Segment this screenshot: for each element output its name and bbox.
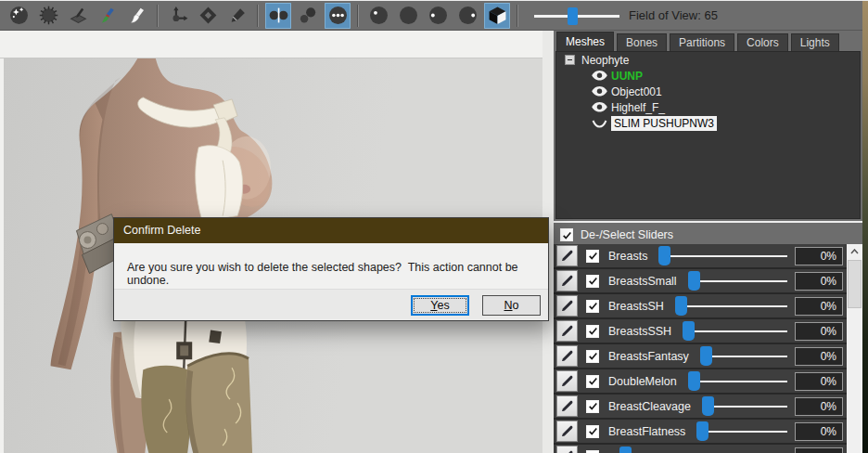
scrollbar-thumb[interactable]: [848, 260, 862, 308]
vertex-display-toggle-button[interactable]: [325, 3, 351, 29]
edit-slider-pencil-button[interactable]: [556, 421, 578, 442]
slider-track[interactable]: [695, 330, 787, 332]
edit-slider-pencil-button[interactable]: [556, 295, 578, 317]
tree-item[interactable]: Object001: [556, 84, 860, 99]
yes-button[interactable]: Yes: [411, 295, 469, 316]
slider-track[interactable]: [687, 305, 787, 307]
mask-brush-button[interactable]: [65, 3, 91, 29]
transform-tool-button[interactable]: [165, 3, 191, 29]
tab-partitions[interactable]: Partitions: [670, 33, 734, 52]
tree-item[interactable]: UUNP: [556, 68, 860, 84]
mesh-shape-label[interactable]: Highelf_F_: [611, 101, 665, 114]
tab-colors[interactable]: Colors: [737, 33, 788, 52]
visibility-eye-closed-icon[interactable]: [592, 117, 611, 129]
slider-track[interactable]: [712, 356, 787, 357]
slider-value-box[interactable]: 0%: [795, 422, 843, 441]
tree-item-root[interactable]: Neophyte: [556, 52, 860, 68]
scrollbar-up-icon[interactable]: [847, 244, 862, 259]
slider-thumb[interactable]: [675, 296, 687, 316]
deselect-sliders-checkbox[interactable]: [560, 228, 573, 241]
slider-thumb[interactable]: [702, 396, 714, 416]
dialog-title[interactable]: Confirm Delete: [114, 218, 548, 243]
edit-slider-pencil-button[interactable]: [556, 395, 578, 417]
edit-slider-pencil-button[interactable]: [556, 446, 578, 453]
pen-tool-button[interactable]: [224, 3, 250, 29]
slider-checkbox[interactable]: [586, 350, 599, 363]
mesh-tree: NeophyteUUNPObject001Highelf_F_SLIM PUSH…: [555, 51, 861, 219]
slider-track[interactable]: [700, 381, 787, 382]
visibility-eye-open-icon[interactable]: [592, 85, 611, 97]
slider-value-box[interactable]: 0%: [795, 372, 843, 391]
edit-slider-pencil-button[interactable]: [556, 345, 578, 367]
slider-checkbox[interactable]: [586, 400, 599, 413]
toolbar-buttons: [4, 3, 523, 29]
outfit-studio-window: Field of View: 65: [0, 0, 868, 453]
no-button[interactable]: No: [482, 295, 541, 316]
slider-track[interactable]: [708, 431, 787, 433]
mesh-shape-label[interactable]: Object001: [611, 85, 662, 98]
star-brush-button[interactable]: [6, 3, 32, 29]
slider-thumb[interactable]: [683, 321, 695, 341]
toolbar: Field of View: 65: [0, 1, 862, 31]
fov-slider[interactable]: [534, 6, 619, 25]
light-off-toggle-button[interactable]: [395, 3, 421, 29]
slider-thumb[interactable]: [688, 271, 700, 291]
light-right-toggle-button[interactable]: [454, 3, 480, 29]
slider-checkbox[interactable]: [586, 325, 599, 338]
slider-value-box[interactable]: 0%: [795, 297, 843, 316]
visibility-eye-open-icon[interactable]: [592, 101, 611, 113]
slider-checkbox[interactable]: [586, 450, 599, 453]
tree-item[interactable]: SLIM PUSHUPNW3: [556, 115, 860, 131]
move-brush-button[interactable]: [95, 3, 121, 29]
tab-meshes[interactable]: Meshes: [556, 32, 614, 52]
visibility-eye-open-icon[interactable]: [592, 70, 611, 82]
slider-thumb[interactable]: [619, 447, 632, 453]
slider-checkbox[interactable]: [586, 425, 599, 438]
slider-thumb[interactable]: [700, 346, 712, 366]
light-left-toggle-button[interactable]: [425, 3, 451, 29]
slider-thumb[interactable]: [688, 371, 700, 391]
slider-checkbox[interactable]: [586, 250, 599, 263]
slider-label: BreastsSSH: [608, 325, 671, 338]
edit-slider-pencil-button[interactable]: [556, 370, 578, 392]
tree-item[interactable]: Highelf_F_: [556, 99, 860, 115]
slider-track[interactable]: [670, 255, 787, 257]
toolbar-separator: [257, 5, 259, 27]
mesh-shape-label[interactable]: UUNP: [611, 70, 643, 83]
slider-checkbox[interactable]: [586, 375, 599, 388]
tab-bones[interactable]: Bones: [617, 33, 667, 52]
slider-checkbox[interactable]: [586, 275, 599, 288]
slider-row: BreastsSH0%: [554, 294, 847, 317]
smooth-brush-button[interactable]: [124, 3, 150, 29]
slider-value-box[interactable]: 0%: [795, 347, 843, 366]
slider-track[interactable]: [700, 280, 787, 282]
slider-track[interactable]: [714, 406, 787, 408]
pin-vertices-button[interactable]: [195, 3, 221, 29]
slider-row: Breasts0%: [554, 244, 847, 267]
slider-value-box[interactable]: 0%: [795, 247, 843, 265]
edit-slider-pencil-button[interactable]: [556, 245, 578, 266]
slider-value-box[interactable]: 0%: [795, 322, 843, 341]
tree-collapse-icon[interactable]: [565, 55, 575, 65]
perspective-toggle-button[interactable]: [484, 3, 510, 29]
edit-slider-pencil-button[interactable]: [556, 320, 578, 342]
slider-checkbox[interactable]: [586, 300, 599, 313]
slider-label: BreastsFantasy: [608, 350, 689, 363]
slider-value-box[interactable]: 0%: [795, 397, 843, 416]
slider-value-box[interactable]: 0%: [795, 272, 843, 291]
slider-scrollbar[interactable]: [847, 244, 862, 453]
fov-label: Field of View: 65: [629, 8, 718, 22]
edit-slider-pencil-button[interactable]: [556, 270, 578, 291]
mesh-shape-label[interactable]: SLIM PUSHUPNW3: [611, 116, 717, 131]
light-front-toggle-button[interactable]: [365, 3, 391, 29]
slider-label: BreastsSH: [608, 300, 664, 313]
mirror-toggle-button[interactable]: [265, 3, 291, 29]
tab-lights[interactable]: Lights: [791, 33, 839, 52]
slider-thumb[interactable]: [696, 421, 708, 441]
slider-value-box[interactable]: [795, 447, 843, 453]
inflate-brush-button[interactable]: [35, 3, 61, 29]
fov-slider-thumb[interactable]: [568, 7, 578, 25]
connected-vertices-button[interactable]: [295, 3, 321, 29]
slider-row: BreastFlatness0%: [554, 420, 847, 443]
slider-thumb[interactable]: [658, 246, 670, 265]
